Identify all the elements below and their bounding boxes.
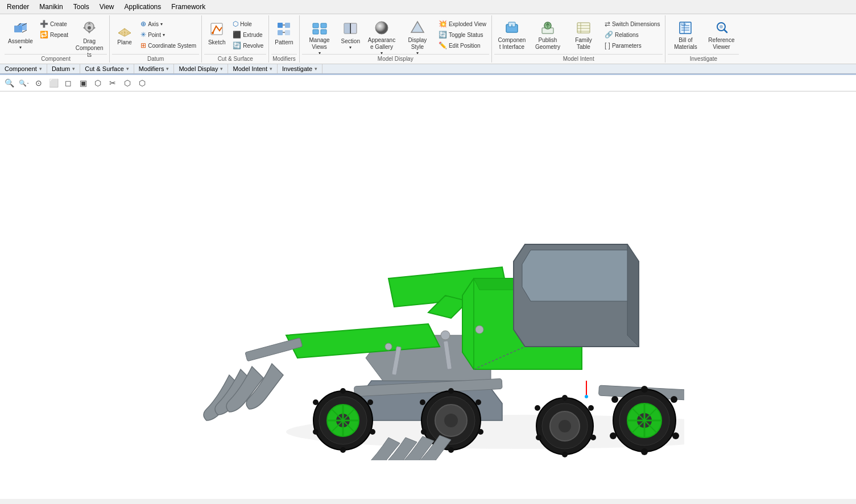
3d-viewport[interactable]	[0, 91, 856, 499]
zoom-fit-button[interactable]: ⊙	[32, 76, 46, 90]
svg-point-105	[535, 405, 540, 411]
sketch-button[interactable]: Sketch	[204, 18, 229, 53]
appearance-gallery-button[interactable]: Appearance Gallery ▾	[364, 18, 399, 53]
bill-of-materials-button[interactable]: BOM Bill of Materials	[668, 18, 703, 53]
publish-geometry-button[interactable]: Publish Geometry	[530, 18, 565, 53]
point-button[interactable]: ✳ Point ▾	[138, 30, 199, 40]
bottom-component[interactable]: Component ▾	[0, 64, 47, 73]
datum-buttons: Plane ⊕ Axis ▾ ✳ Point ▾ ⊞ Coo	[112, 16, 199, 54]
assemble-label: Assemble	[8, 38, 33, 45]
cut-surface-buttons: Sketch ⬡ Hole ⬛ Extrude 🔄 Revolve	[204, 16, 266, 54]
menu-view[interactable]: View	[95, 1, 119, 13]
component-interface-icon	[503, 20, 521, 36]
svg-rect-12	[278, 23, 283, 28]
plane-button[interactable]: Plane	[112, 18, 137, 53]
axis-button[interactable]: ⊕ Axis ▾	[138, 19, 199, 29]
parameters-icon: [ ]	[605, 41, 610, 49]
zoom-out-button[interactable]: 🔍-	[17, 76, 31, 90]
component-interface-button[interactable]: Component Interface	[494, 18, 530, 53]
family-table-button[interactable]: Family Table	[566, 18, 601, 53]
bottom-cut-surface[interactable]: Cut & Surface ▾	[80, 64, 134, 73]
component-buttons: Assemble ▾ ➕ Create 🔁 Repeat	[5, 16, 107, 54]
svg-point-76	[448, 388, 454, 394]
manage-views-button[interactable]: Manage Views ▾	[302, 18, 337, 53]
group-model-intent: Component Interface Publish Geometry	[492, 15, 665, 63]
parameters-button[interactable]: [ ] Parameters	[602, 40, 663, 51]
svg-point-99	[559, 420, 571, 432]
menu-tools[interactable]: Tools	[69, 1, 94, 13]
bottom-model-intent[interactable]: Model Intent ▾	[228, 64, 278, 73]
publish-geometry-icon	[539, 20, 557, 36]
reference-viewer-button[interactable]: Reference Viewer	[704, 18, 739, 53]
publish-geometry-label: Publish Geometry	[534, 37, 562, 51]
svg-point-92	[672, 432, 679, 439]
svg-rect-17	[321, 23, 326, 28]
svg-point-78	[478, 429, 483, 435]
point-icon: ✳	[140, 31, 146, 39]
edit-position-icon: ✏️	[439, 41, 447, 49]
svg-point-109	[441, 331, 450, 340]
bottom-model-display-arrow: ▾	[220, 66, 223, 72]
menu-framework[interactable]: Framework	[167, 1, 210, 13]
zoom-in-button[interactable]: 🔍	[2, 76, 16, 90]
view-normal-button[interactable]: ◻	[61, 76, 75, 90]
group-model-display: Manage Views ▾ Section ▾	[300, 15, 492, 63]
svg-point-91	[671, 396, 677, 403]
menu-manikin[interactable]: Manikin	[35, 1, 67, 13]
bottom-investigate[interactable]: Investigate ▾	[278, 64, 322, 73]
svg-point-71	[313, 399, 319, 405]
svg-point-94	[610, 432, 617, 439]
relations-button[interactable]: 🔗 Relations	[602, 30, 663, 40]
create-button[interactable]: ➕ Create	[37, 19, 71, 29]
cross-section-button[interactable]: ✂	[106, 76, 119, 90]
svg-rect-22	[344, 23, 350, 34]
display-style-label: Display Style	[403, 37, 432, 51]
appearance-label: Appearance Gallery	[367, 37, 396, 51]
view-refit-button[interactable]: ⬜	[47, 76, 60, 90]
display-options-button[interactable]: ⬡	[135, 76, 149, 90]
family-table-icon	[574, 20, 593, 36]
exploded-view-button[interactable]: 💥 Exploded View	[436, 19, 489, 29]
manage-views-icon	[311, 20, 329, 36]
coord-system-button[interactable]: ⊞ Coordinate System	[138, 40, 199, 51]
svg-marker-24	[411, 22, 424, 32]
sketch-label: Sketch	[208, 39, 226, 46]
view-shaded-button[interactable]: ▣	[76, 76, 90, 90]
ref-viewer-icon	[712, 20, 730, 36]
model-intent-small-col: ⇄ Switch Dimensions 🔗 Relations [ ] Para…	[602, 18, 663, 51]
revolve-button[interactable]: 🔄 Revolve	[230, 40, 266, 51]
display-hex-button[interactable]: ⬡	[121, 76, 134, 90]
model-display-area	[0, 91, 856, 499]
pattern-button[interactable]: Pattern	[271, 18, 296, 53]
group-cut-surface: Sketch ⬡ Hole ⬛ Extrude 🔄 Revolve	[202, 15, 269, 63]
switch-dim-icon: ⇄	[605, 20, 610, 28]
display-style-button[interactable]: Display Style ▾	[400, 18, 435, 53]
svg-point-110	[385, 343, 392, 350]
svg-point-68	[370, 429, 375, 435]
bottom-modifiers[interactable]: Modifiers ▾	[134, 64, 175, 73]
menu-applications[interactable]: Applications	[120, 1, 166, 13]
cut-small-col: ⬡ Hole ⬛ Extrude 🔄 Revolve	[230, 18, 266, 51]
edit-position-button[interactable]: ✏️ Edit Position	[436, 40, 489, 51]
svg-point-102	[590, 435, 596, 440]
view-wire-button[interactable]: ⬡	[91, 76, 105, 90]
assemble-button[interactable]: Assemble ▾	[5, 18, 36, 53]
modifiers-buttons: Pattern	[271, 16, 296, 54]
svg-rect-15	[285, 30, 290, 35]
repeat-button[interactable]: 🔁 Repeat	[37, 30, 71, 40]
bottom-model-display[interactable]: Model Display ▾	[174, 64, 228, 73]
bottom-datum[interactable]: Datum ▾	[47, 64, 80, 73]
svg-point-6	[88, 26, 91, 30]
investigate-buttons: BOM Bill of Materials Reference Vie	[668, 16, 739, 54]
svg-point-81	[420, 399, 425, 405]
extrude-button[interactable]: ⬛ Extrude	[230, 30, 266, 40]
svg-point-79	[448, 447, 454, 453]
section-button[interactable]: Section ▾	[338, 18, 363, 53]
svg-marker-55	[627, 244, 639, 347]
hole-button[interactable]: ⬡ Hole	[230, 19, 266, 29]
svg-point-11	[212, 32, 214, 34]
drag-components-button[interactable]: Drag Components	[72, 18, 107, 53]
switch-dimensions-button[interactable]: ⇄ Switch Dimensions	[602, 19, 663, 29]
toggle-status-button[interactable]: 🔄 Toggle Status	[436, 30, 489, 40]
menu-render[interactable]: Render	[2, 1, 34, 13]
